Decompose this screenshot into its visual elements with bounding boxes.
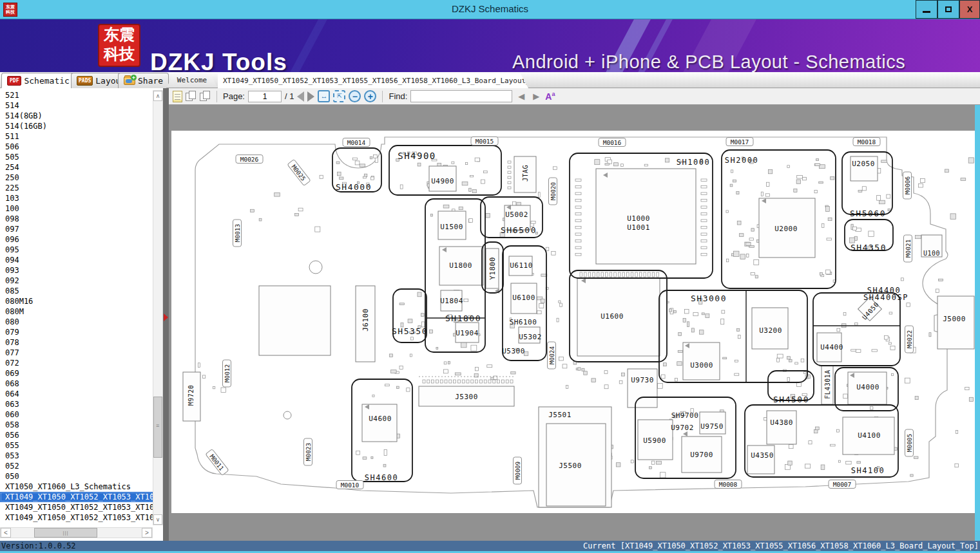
version-label: Version:1.0.0.52 <box>1 541 76 550</box>
list-item[interactable]: 053 <box>0 451 153 461</box>
list-item[interactable]: 060 <box>0 409 153 420</box>
pcb-label: SH4500 <box>773 395 809 404</box>
header-banner: 东震科技 DZKJ Tools Android + iPhone & PCB L… <box>0 19 980 72</box>
list-item[interactable]: 080M <box>0 306 153 317</box>
list-item[interactable]: 063 <box>0 399 153 409</box>
list-item[interactable]: 052 <box>0 461 153 471</box>
panel-splitter[interactable] <box>163 88 169 541</box>
list-item[interactable]: 079 <box>0 327 153 337</box>
tab-bar: PDF Schematic PADS Layout + Share Welcom… <box>0 72 980 88</box>
scroll-right-button[interactable]: > <box>142 528 152 538</box>
zoom-out-button[interactable]: − <box>349 90 361 102</box>
list-item[interactable]: 094 <box>0 255 153 265</box>
tab-schematic[interactable]: PDF Schematic <box>1 73 75 88</box>
previous-page-button[interactable] <box>297 91 304 102</box>
pcb-label: U3000 <box>690 361 713 370</box>
page-label: Page: <box>223 91 245 101</box>
list-item[interactable]: 098 <box>0 214 153 224</box>
list-item[interactable]: 225 <box>0 183 153 193</box>
list-item[interactable]: 092 <box>0 276 153 286</box>
list-item[interactable]: 072 <box>0 358 153 368</box>
list-item[interactable]: 096 <box>0 234 153 245</box>
properties-icon[interactable] <box>173 91 182 102</box>
list-item[interactable]: 050 <box>0 471 153 482</box>
list-item[interactable]: 068 <box>0 379 153 389</box>
list-item[interactable]: 505 <box>0 152 153 162</box>
list-item[interactable]: 085 <box>0 286 153 296</box>
list-item[interactable]: XT1049_XT1050_XT1052_XT1053_XT1055_XT1 <box>0 512 153 523</box>
fit-width-button[interactable]: ↔ <box>318 90 330 102</box>
fiducial-label: M0023 <box>305 443 312 462</box>
banner-subtitle: Android + iPhone & PCB Layout - Schemati… <box>512 52 905 72</box>
pcb-label: U5300 <box>502 347 525 355</box>
pcb-label: U4600 <box>369 415 392 423</box>
list-item[interactable]: 078 <box>0 337 153 348</box>
pcb-label: U9750 <box>700 422 724 431</box>
find-next-button[interactable]: ▶ <box>530 91 542 102</box>
list-item[interactable]: 514 <box>0 100 153 111</box>
vertical-scrollbar-thumb[interactable]: ≡ <box>153 397 162 458</box>
tab-share[interactable]: + Share <box>118 73 169 88</box>
match-case-button[interactable]: Aa <box>545 91 555 102</box>
list-item[interactable]: XT1049_XT1050_XT1052_XT1053_XT1055_XT1 <box>0 492 153 502</box>
vertical-scrollbar[interactable]: ∧ ≡ ∨ <box>153 90 163 525</box>
maximize-button[interactable] <box>937 0 959 19</box>
tab-share-label: Share <box>138 76 163 86</box>
list-item[interactable]: XT1050_XT1060_L3_Schematics <box>0 482 153 492</box>
list-item[interactable]: 095 <box>0 245 153 255</box>
next-page-flip-icon[interactable] <box>200 91 211 102</box>
list-item[interactable]: 250 <box>0 173 153 183</box>
list-item[interactable]: 080 <box>0 317 153 327</box>
fiducial-label: M0006 <box>904 176 911 194</box>
toolbar-separator <box>216 91 217 102</box>
fiducial-label: M0008 <box>719 481 738 488</box>
fit-page-button[interactable]: ⇱ <box>333 90 345 102</box>
list-item[interactable]: 080M16 <box>0 296 153 306</box>
pcb-label: J5501 <box>548 411 572 419</box>
scroll-down-button[interactable]: ∨ <box>153 514 162 525</box>
tab-welcome-label: Welcome <box>177 76 207 84</box>
list-item[interactable]: XT1049_XT1050_XT1052_XT1053_XT1055_XT1 <box>0 502 153 512</box>
prev-page-flip-icon[interactable] <box>186 91 197 102</box>
pcb-label: SH2000 <box>725 156 758 165</box>
list-item[interactable]: 069 <box>0 368 153 379</box>
window-edge-strip <box>975 105 980 541</box>
scroll-left-button[interactable]: < <box>1 528 11 538</box>
list-item[interactable]: 093 <box>0 265 153 276</box>
list-item[interactable]: 055 <box>0 440 153 451</box>
list-item[interactable]: 077 <box>0 348 153 358</box>
list-item[interactable]: 521 <box>0 90 153 100</box>
fiducial-label: M0007 <box>833 481 852 488</box>
list-item[interactable]: 506 <box>0 142 153 152</box>
list-item[interactable]: 103 <box>0 193 153 203</box>
find-previous-button[interactable]: ◀ <box>515 91 527 102</box>
list-item[interactable]: 511 <box>0 131 153 142</box>
list-item[interactable]: 254 <box>0 162 153 173</box>
list-item[interactable]: 514(16GB) <box>0 121 153 131</box>
splitter-collapse-icon[interactable] <box>164 314 168 321</box>
pcb-label: J5500 <box>559 462 582 470</box>
tab-close-icon[interactable]: x <box>546 77 549 85</box>
find-input[interactable] <box>410 90 512 102</box>
list-item[interactable]: 097 <box>0 224 153 234</box>
list-item[interactable]: 056 <box>0 430 153 440</box>
pcb-label: U1000 <box>627 214 650 223</box>
fiducial-label: M0014 <box>347 139 366 146</box>
tab-welcome[interactable]: Welcome <box>166 73 218 88</box>
close-button[interactable]: X <box>959 0 980 19</box>
tab-document[interactable]: XT1049_XT1050_XT1052_XT1053_XT1055_XT105… <box>218 73 528 88</box>
zoom-in-button[interactable]: + <box>364 90 376 102</box>
next-page-button[interactable] <box>307 91 314 102</box>
minimize-button[interactable] <box>916 0 937 19</box>
page-input[interactable] <box>248 91 282 102</box>
list-item[interactable]: 100 <box>0 203 153 214</box>
pcb-drawing[interactable]: SH4000SH4900U4900U5002SH6500U1500U1800U1… <box>169 105 975 541</box>
horizontal-scrollbar-thumb[interactable]: ||| <box>34 528 97 538</box>
list-item[interactable]: 514(8GB) <box>0 111 153 121</box>
pcb-canvas[interactable]: SH4000SH4900U4900U5002SH6500U1500U1800U1… <box>169 105 975 541</box>
scroll-up-button[interactable]: ∧ <box>153 91 162 101</box>
fiducial-label: M0015 <box>476 138 494 145</box>
horizontal-scrollbar[interactable]: < ||| > <box>0 527 153 538</box>
list-item[interactable]: 058 <box>0 420 153 430</box>
list-item[interactable]: 064 <box>0 389 153 399</box>
